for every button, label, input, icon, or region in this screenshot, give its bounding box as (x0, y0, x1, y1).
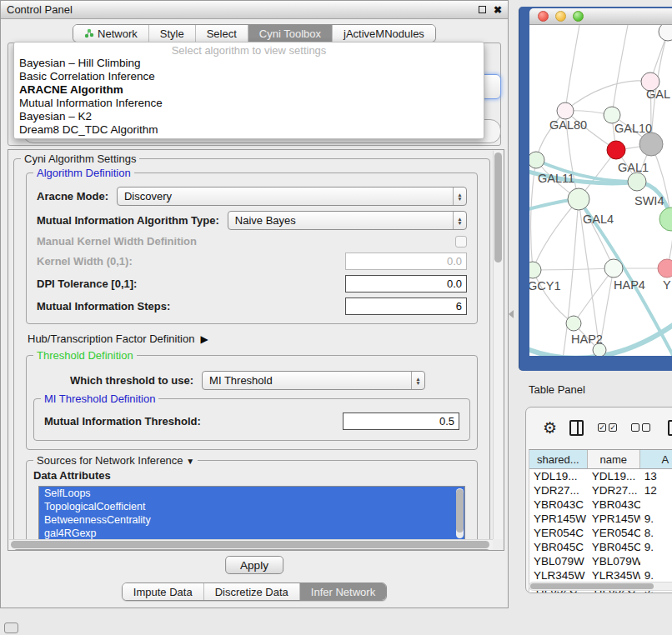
settings-gear-icon[interactable]: ⚙ (543, 420, 557, 436)
float-window-icon[interactable] (479, 6, 486, 13)
table-row[interactable]: YER054CYER054C8. (529, 526, 672, 540)
stepper-arrows-icon: ▲▼ (411, 372, 424, 389)
tab-style[interactable]: Style (149, 25, 196, 42)
table-row[interactable]: YDL19...YDL19...13 (529, 469, 672, 483)
network-icon (84, 28, 94, 38)
algorithm-option[interactable]: Bayesian – Hill Climbing (14, 57, 484, 70)
node-hap4[interactable] (604, 259, 623, 278)
control-panel-titlebar: Control Panel ✖ (1, 1, 508, 19)
dpi-tolerance-field[interactable]: 0.0 (345, 275, 467, 292)
attribute-list-item[interactable]: TopologicalCoefficient (39, 500, 464, 513)
table-toolbar: ⚙ ✓✓ (526, 412, 672, 442)
collapse-down-icon[interactable]: ▼ (186, 457, 194, 466)
table-row[interactable]: YLR345WYLR345W9. (529, 568, 672, 582)
aracne-mode-combo[interactable]: Discovery ▲▼ (117, 187, 467, 206)
close-panel-icon[interactable]: ✖ (494, 5, 502, 15)
algorithm-option[interactable]: Dream8 DC_TDC Algorithm (14, 123, 484, 137)
kernel-width-field[interactable]: 0.0 (345, 252, 467, 270)
table-horizontal-scrollbar[interactable] (529, 582, 672, 591)
tab-jactivemnodules[interactable]: jActiveMNodules (333, 25, 435, 42)
settings-horizontal-scrollbar[interactable] (9, 539, 493, 549)
node-gcy1[interactable] (529, 262, 541, 278)
node-label: GAL80 (549, 118, 587, 132)
table-row[interactable]: YDR27...YDR27...12 (529, 483, 672, 498)
algorithm-option[interactable]: ARACNE Algorithm (14, 83, 484, 97)
mi-threshold-field[interactable]: 0.5 (343, 412, 459, 430)
node-gal1[interactable] (628, 172, 646, 191)
node-gray[interactable] (639, 132, 663, 156)
list-scrollbar[interactable] (456, 488, 464, 538)
data-attributes-list[interactable]: SelfLoopsTopologicalCoefficientBetweenne… (38, 486, 465, 542)
node-right-green[interactable] (659, 208, 672, 231)
algorithm-option[interactable]: Bayesian – K2 (14, 110, 484, 123)
node-label: GAL11 (538, 172, 574, 185)
mi-steps-field[interactable]: 6 (345, 298, 467, 315)
bottom-tab-discretize-data[interactable]: Discretize Data (204, 583, 300, 600)
splitter-handle[interactable] (509, 310, 514, 318)
control-panel-title: Control Panel (7, 3, 479, 16)
table-row[interactable]: YBR045CYBR045C9. (529, 540, 672, 554)
table-column-header[interactable]: shared... (529, 450, 588, 468)
algorithm-definition-group: Algorithm Definition Aracne Mode: Discov… (26, 172, 478, 324)
close-traffic-light-icon[interactable] (538, 11, 549, 22)
node-gal4[interactable] (568, 188, 589, 210)
mi-type-label: Mutual Information Algorithm Type: (37, 214, 219, 227)
table-column-header[interactable]: A (640, 450, 672, 468)
settings-vertical-scrollbar[interactable] (493, 151, 503, 539)
which-threshold-combo[interactable]: MI Threshold ▲▼ (202, 371, 425, 390)
export-table-icon[interactable] (668, 420, 672, 436)
threshold-definition-title: Threshold Definition (33, 349, 137, 362)
table-row[interactable]: YBL079WYBL079W (529, 554, 672, 568)
attribute-list-item[interactable]: SelfLoops (39, 487, 464, 500)
algorithm-dropdown-prompt: Select algorithm to view settings (14, 44, 484, 57)
manual-kernel-checkbox[interactable] (455, 236, 467, 248)
stepper-arrows-icon: ▲▼ (453, 188, 466, 205)
settings-viewport: Cyni Algorithm Settings Algorithm Defini… (8, 149, 504, 551)
expand-right-icon: ▶ (200, 333, 208, 345)
table-row[interactable]: YBR043CYBR043C (529, 498, 672, 512)
node-gal11[interactable] (529, 152, 544, 168)
tab-network[interactable]: Network (73, 25, 149, 42)
hub-definition-expander[interactable]: Hub/Transcription Factor Definition ▶ (28, 332, 489, 345)
node-label: HAP4 (614, 278, 645, 292)
mi-type-value: Naive Bayes (235, 214, 453, 227)
mi-threshold-label: Mutual Information Threshold: (44, 415, 201, 428)
node-label: GAL1 (618, 161, 649, 174)
attribute-list-item[interactable]: gal4RGexp (39, 527, 464, 540)
select-all-icon[interactable]: ✓✓ (598, 423, 617, 432)
deselect-all-icon[interactable] (631, 423, 650, 432)
table-row[interactable]: YPR145WYPR145W9. (529, 512, 672, 526)
node-gal10[interactable] (604, 107, 620, 123)
cyni-settings-group: Cyni Algorithm Settings Algorithm Defini… (13, 158, 490, 550)
which-threshold-value: MI Threshold (209, 374, 411, 387)
tab-cyni-toolbox[interactable]: Cyni Toolbox (248, 25, 333, 42)
mi-type-combo[interactable]: Naive Bayes ▲▼ (228, 211, 467, 230)
tab-select[interactable]: Select (196, 25, 248, 42)
algorithm-option[interactable]: Basic Correlation Inference (14, 70, 484, 83)
collapsed-panel-icon[interactable] (4, 622, 18, 633)
node-gal80[interactable] (557, 102, 574, 119)
algorithm-option[interactable]: Mutual Information Inference (14, 97, 484, 110)
dpi-tolerance-label: DPI Tolerance [0,1]: (37, 278, 137, 290)
network-edge (574, 268, 614, 323)
bottom-tab-infer-network[interactable]: Infer Network (300, 583, 386, 600)
node-label: GCY1 (529, 279, 561, 292)
apply-button[interactable]: Apply (225, 556, 283, 574)
attribute-list-item[interactable]: BetweennessCentrality (39, 513, 464, 527)
network-edge (533, 199, 579, 270)
node-right-pink[interactable] (658, 259, 672, 278)
network-canvas[interactable]: GALGAL80GAL10GAL1GAL11SWI4GAL4GCY1HAP4YH… (529, 25, 672, 356)
bottom-tab-impute-data[interactable]: Impute Data (123, 583, 204, 600)
node-red[interactable] (607, 141, 625, 159)
node-top[interactable] (659, 25, 672, 41)
node-label: HAP2 (571, 332, 603, 346)
sources-group-title: Sources for Network Inference ▼ (33, 454, 198, 467)
column-layout-icon[interactable] (569, 420, 584, 436)
node-hap2[interactable] (566, 316, 581, 331)
minimize-traffic-light-icon[interactable] (555, 11, 566, 22)
table-header-row: shared...nameA (529, 450, 672, 469)
zoom-traffic-light-icon[interactable] (573, 11, 584, 22)
node-table: shared...nameA YDL19...YDL19...13YDR27..… (529, 449, 672, 592)
aracne-mode-value: Discovery (124, 190, 453, 202)
table-column-header[interactable]: name (588, 450, 640, 468)
